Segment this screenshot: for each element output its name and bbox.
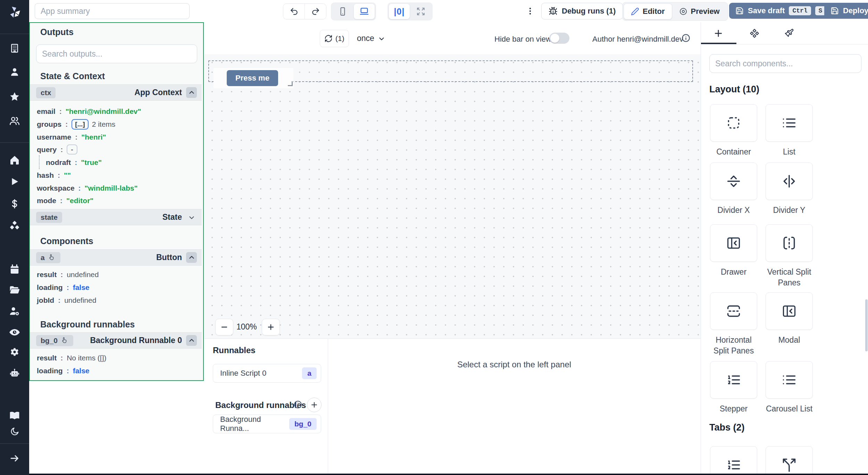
script-editor-empty-hint: Select a script on the left panel xyxy=(414,360,615,369)
zoom-out-button[interactable] xyxy=(215,319,233,335)
state-row-title: State xyxy=(162,212,182,222)
play-icon[interactable] xyxy=(9,176,20,187)
folder-open-icon[interactable] xyxy=(9,284,20,295)
bg-runnable-item[interactable]: Background Runna... bg_0 xyxy=(213,415,321,433)
zoom-level: 100% xyxy=(236,322,257,332)
state-row[interactable]: state State xyxy=(30,209,202,225)
gear-icon[interactable] xyxy=(9,347,20,358)
refresh-button[interactable]: (1) xyxy=(320,30,349,47)
search-components-input[interactable] xyxy=(709,54,861,73)
windmill-app-editor: |0| Debug runs (1) Editor Preview Save d… xyxy=(0,0,868,475)
minus-icon xyxy=(220,323,228,331)
a-row-jobid: jobId:undefined xyxy=(37,294,96,307)
component-card-carousel-list[interactable] xyxy=(766,361,813,399)
debug-runs-button[interactable]: Debug runs (1) xyxy=(541,3,623,19)
component-card-divider-y[interactable] xyxy=(766,162,813,200)
ctx-row-mode: mode:"editor" xyxy=(37,194,93,207)
add-bg-runnable-button[interactable] xyxy=(307,398,322,412)
tab-theme-styling[interactable] xyxy=(772,22,807,44)
inline-script-item[interactable]: Inline Script 0 a xyxy=(213,364,321,383)
redo-button[interactable] xyxy=(304,4,326,19)
boxes-icon[interactable] xyxy=(9,220,20,231)
component-card-horizontal-split[interactable] xyxy=(710,292,757,330)
schedule-select[interactable]: once xyxy=(357,34,385,43)
component-card-list[interactable] xyxy=(766,104,813,142)
tab-component-settings[interactable] xyxy=(737,22,772,44)
save-draft-button[interactable]: Save draft Ctrl S xyxy=(729,3,832,19)
collapse-object-badge[interactable]: - xyxy=(67,144,77,155)
expand-state-button[interactable] xyxy=(186,212,197,223)
press-me-button[interactable]: Press me xyxy=(227,70,278,86)
component-a-row[interactable]: a Button xyxy=(30,249,202,266)
bg0-row[interactable]: bg_0 Background Runnable 0 xyxy=(30,332,202,349)
refresh-count: (1) xyxy=(335,34,344,43)
list-ordered-icon xyxy=(726,457,741,473)
pointer-hand-icon xyxy=(48,254,56,261)
canvas-align-group: |0| xyxy=(387,2,433,20)
bg-runnables-info-icon[interactable] xyxy=(293,400,302,409)
component-card-divider-x[interactable] xyxy=(710,162,757,200)
device-toggle-group xyxy=(331,2,376,20)
center-canvas-button[interactable]: |0| xyxy=(389,4,410,19)
component-card-conditional-tabs[interactable] xyxy=(766,446,813,475)
component-card-stepper[interactable] xyxy=(710,361,757,399)
zoom-in-button[interactable] xyxy=(262,319,280,335)
full-width-button[interactable] xyxy=(410,4,431,19)
desktop-view-button[interactable] xyxy=(354,4,375,19)
building-icon[interactable] xyxy=(9,43,20,53)
panel-scrollbar[interactable] xyxy=(865,299,868,351)
component-card-tabs[interactable] xyxy=(710,446,757,475)
editor-preview-toggle: Editor Preview xyxy=(622,2,728,21)
component-card-vertical-split[interactable] xyxy=(766,224,813,262)
component-a-badge: a xyxy=(36,252,60,263)
arrow-right-icon[interactable] xyxy=(9,453,20,464)
windmill-logo-icon[interactable] xyxy=(8,6,21,19)
outputs-title: Outputs xyxy=(40,27,74,37)
component-card-container[interactable] xyxy=(710,104,757,142)
runnables-panel-divider xyxy=(328,339,328,475)
deploy-button[interactable]: Deploy xyxy=(824,3,868,19)
user-icon[interactable] xyxy=(9,67,20,77)
mobile-view-button[interactable] xyxy=(332,4,353,19)
collapse-a-button[interactable] xyxy=(186,252,197,263)
list-icon xyxy=(782,115,797,131)
eye-icon[interactable] xyxy=(9,326,20,338)
ctx-row[interactable]: ctx App Context xyxy=(30,84,202,101)
app-summary-input[interactable] xyxy=(35,3,190,19)
more-menu-button[interactable] xyxy=(523,3,538,19)
tabs-section-title: Tabs (2) xyxy=(709,422,745,433)
tab-editor-label: Editor xyxy=(643,7,665,16)
app-canvas[interactable]: Press me 100% xyxy=(205,54,701,339)
book-open-icon[interactable] xyxy=(9,410,20,421)
home-icon[interactable] xyxy=(9,155,20,166)
bg0-title: Background Runnable 0 xyxy=(90,336,182,345)
collapse-bg0-button[interactable] xyxy=(186,335,197,346)
users-icon[interactable] xyxy=(9,115,20,126)
component-card-label: Modal xyxy=(763,335,815,345)
layout-section-title: Layout (10) xyxy=(709,84,759,95)
ctx-row-query: query:- xyxy=(37,143,77,156)
moon-icon[interactable] xyxy=(10,427,19,436)
tab-editor[interactable]: Editor xyxy=(624,3,672,19)
search-outputs-input[interactable] xyxy=(36,44,197,63)
resize-handle[interactable] xyxy=(288,81,293,86)
component-diamond-icon xyxy=(750,28,759,38)
author-info-icon[interactable] xyxy=(681,33,691,43)
component-card-drawer[interactable] xyxy=(710,224,757,262)
calendar-icon[interactable] xyxy=(9,264,20,275)
robot-icon[interactable] xyxy=(9,368,20,379)
users-cog-icon[interactable] xyxy=(9,306,20,317)
hide-bar-toggle[interactable] xyxy=(549,33,569,44)
align-center-icon: |0| xyxy=(394,7,405,17)
component-card-modal[interactable] xyxy=(766,292,813,330)
collapse-ctx-button[interactable] xyxy=(186,87,197,98)
tab-preview[interactable]: Preview xyxy=(672,4,727,19)
tab-insert-component[interactable] xyxy=(701,22,736,44)
component-card-label: Divider Y xyxy=(763,205,815,216)
expand-array-badge[interactable]: [...] xyxy=(72,119,89,130)
selected-container-outline[interactable]: Press me xyxy=(208,60,693,82)
bg0-row-loading: loading:false xyxy=(37,364,90,377)
dollar-icon[interactable] xyxy=(9,199,20,209)
star-icon[interactable] xyxy=(9,91,20,102)
undo-button[interactable] xyxy=(283,4,304,19)
